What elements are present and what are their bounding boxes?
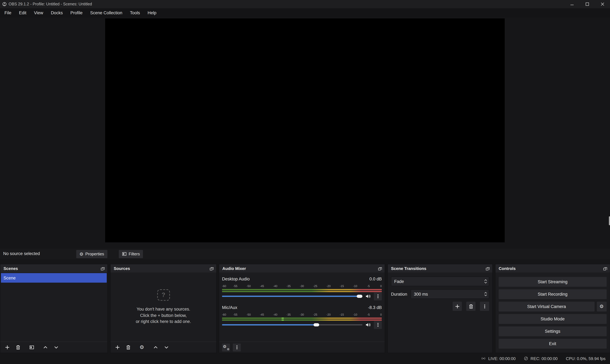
titlebar[interactable]: OBS 29.1.2 - Profile: Untitled - Scenes:… xyxy=(0,0,610,8)
add-transition-button[interactable] xyxy=(453,302,462,311)
close-button[interactable] xyxy=(595,0,610,8)
popout-icon[interactable] xyxy=(603,266,608,271)
meter-tick-label: -20 xyxy=(327,285,331,288)
transition-select[interactable]: Fade xyxy=(391,277,489,286)
menu-view[interactable]: View xyxy=(30,9,47,17)
meter-tick-label: -20 xyxy=(327,313,331,316)
cpu-fps-stats: CPU: 0.0%, 59.94 fps xyxy=(566,356,606,361)
scene-transitions-panel: Scene Transitions Fade Duration 300 ms xyxy=(388,264,493,353)
scenes-panel-header[interactable]: Scenes xyxy=(0,264,107,273)
meter-tick-label: -60 xyxy=(222,285,226,288)
duration-row: Duration 300 ms xyxy=(391,289,489,299)
start-recording-button[interactable]: Start Recording xyxy=(499,289,607,299)
scene-transitions-panel-header[interactable]: Scene Transitions xyxy=(388,264,492,273)
menu-tools[interactable]: Tools xyxy=(126,9,144,17)
transition-options-button[interactable] xyxy=(480,302,489,311)
move-source-down-button[interactable] xyxy=(162,343,170,351)
preview-canvas[interactable] xyxy=(105,18,505,242)
start-streaming-button[interactable]: Start Streaming xyxy=(499,277,607,287)
exit-button[interactable]: Exit xyxy=(499,339,607,349)
scenes-toolbar xyxy=(0,342,107,353)
meter-tick-label: -40 xyxy=(273,313,277,316)
meter-tick-label: -15 xyxy=(340,313,344,316)
popout-icon[interactable] xyxy=(378,266,382,271)
move-source-up-button[interactable] xyxy=(152,343,159,351)
duration-value: 300 ms xyxy=(411,292,483,297)
sources-list[interactable]: ? You don't have any sources. Click the … xyxy=(111,273,216,342)
meter-tick-label: -25 xyxy=(313,313,317,316)
menu-profile[interactable]: Profile xyxy=(67,9,86,17)
popout-icon[interactable] xyxy=(485,266,490,271)
move-scene-up-button[interactable] xyxy=(41,343,49,351)
scene-filters-button[interactable] xyxy=(28,343,36,351)
controls-panel-title: Controls xyxy=(499,266,516,271)
add-scene-button[interactable] xyxy=(3,343,11,351)
sources-panel: Sources ? You don't have any sources. Cl… xyxy=(110,264,217,353)
audio-mixer-body: Desktop Audio 0.0 dB -60-55-50-45-40-35-… xyxy=(219,273,385,342)
channel-name: Desktop Audio xyxy=(222,277,250,281)
slider-handle[interactable] xyxy=(357,295,362,298)
meter-tick-label: -15 xyxy=(340,285,344,288)
status-bar: LIVE: 00:00:00 REC: 00:00:00 CPU: 0.0%, … xyxy=(0,353,610,364)
speaker-icon[interactable] xyxy=(365,322,371,327)
transition-buttons xyxy=(391,302,489,311)
source-properties-button[interactable]: ⚙ xyxy=(138,343,146,351)
dock-resize-grip[interactable] xyxy=(609,216,610,225)
maximize-button[interactable] xyxy=(580,0,595,8)
controls-panel-header[interactable]: Controls xyxy=(496,264,610,273)
advanced-audio-properties-button[interactable]: ⚙⚙ xyxy=(222,343,230,351)
filters-button[interactable]: Filters xyxy=(119,250,143,258)
remove-transition-button[interactable] xyxy=(466,302,475,311)
docks-area: Scenes Scene xyxy=(0,264,610,353)
studio-mode-button[interactable]: Studio Mode xyxy=(499,314,607,324)
spinbox-arrows-icon[interactable] xyxy=(483,291,489,297)
sources-panel-header[interactable]: Sources xyxy=(111,264,216,273)
speaker-icon[interactable] xyxy=(365,294,371,299)
volume-slider[interactable] xyxy=(222,322,362,327)
gear-icon: ⚙ xyxy=(139,345,144,350)
gear-icon: ⚙ xyxy=(599,304,604,309)
remove-source-button[interactable] xyxy=(124,343,132,351)
menu-help[interactable]: Help xyxy=(144,9,160,17)
meter-tick-label: -35 xyxy=(287,285,291,288)
remove-scene-button[interactable] xyxy=(14,343,22,351)
menu-file[interactable]: File xyxy=(1,9,15,17)
live-status: LIVE: 00:00:00 xyxy=(481,356,515,361)
add-source-button[interactable] xyxy=(113,343,121,351)
slider-handle[interactable] xyxy=(314,323,319,326)
channel-options-button[interactable] xyxy=(374,321,382,329)
volume-meter xyxy=(222,318,382,321)
menubar: File Edit View Docks Profile Scene Colle… xyxy=(0,8,610,17)
minimize-button[interactable] xyxy=(564,0,580,8)
move-scene-down-button[interactable] xyxy=(52,343,60,351)
menu-scene-collection[interactable]: Scene Collection xyxy=(86,9,126,17)
popout-icon[interactable] xyxy=(209,266,214,271)
settings-button[interactable]: Settings xyxy=(499,326,607,336)
menu-edit[interactable]: Edit xyxy=(15,9,30,17)
combo-arrows-icon[interactable] xyxy=(483,279,489,284)
meter-tick-label: -25 xyxy=(313,285,317,288)
menu-docks[interactable]: Docks xyxy=(47,9,67,17)
start-virtual-camera-button[interactable]: Start Virtual Camera xyxy=(499,302,595,312)
mixer-channel-mic-aux: Mic/Aux -8.3 dB -60-55-50-45-40-35-30-25… xyxy=(222,305,382,327)
record-inactive-icon xyxy=(524,356,528,361)
obs-window: OBS 29.1.2 - Profile: Untitled - Scenes:… xyxy=(0,0,610,364)
sources-toolbar: ⚙ xyxy=(111,342,216,353)
scenes-list[interactable]: Scene xyxy=(0,273,107,342)
meter-tick-label: -35 xyxy=(287,313,291,316)
audio-mixer-panel: Audio Mixer Desktop Audio 0.0 dB -60-55-… xyxy=(219,264,385,353)
mixer-channel-desktop-audio: Desktop Audio 0.0 dB -60-55-50-45-40-35-… xyxy=(222,277,382,299)
meter-tick-label: -10 xyxy=(353,313,357,316)
popout-icon[interactable] xyxy=(100,266,105,271)
ghost-question-icon: ? xyxy=(157,289,170,301)
meter-tick-label: -60 xyxy=(222,313,226,316)
mixer-options-button[interactable] xyxy=(233,343,241,351)
audio-mixer-panel-header[interactable]: Audio Mixer xyxy=(219,264,385,273)
channel-options-button[interactable] xyxy=(374,292,382,300)
scene-list-item[interactable]: Scene xyxy=(1,273,107,283)
virtual-camera-settings-button[interactable]: ⚙ xyxy=(597,302,607,312)
duration-spinbox[interactable]: 300 ms xyxy=(411,289,489,299)
volume-slider[interactable] xyxy=(222,294,362,299)
properties-button[interactable]: ⚙ Properties xyxy=(76,250,107,258)
window-controls xyxy=(564,0,610,8)
